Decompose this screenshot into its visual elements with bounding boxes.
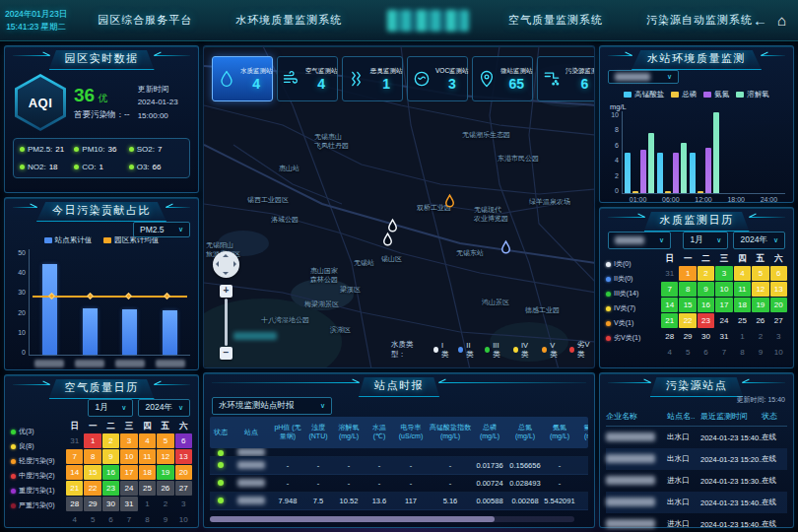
calendar-day: 27 [175, 481, 192, 496]
station-filter-水质监测站[interactable]: 水质监测站4 [212, 56, 273, 101]
status-cell: 在线 [762, 454, 789, 464]
y-tick: 2 [615, 172, 619, 179]
weekday-label: 二 [698, 251, 714, 265]
map-pan-control[interactable] [213, 251, 239, 278]
station-name-redacted [237, 497, 265, 504]
calendar-day: 11 [734, 282, 751, 297]
panel-water-quality-calendar: 水质监测日历 ∨ 1月∨ 2024年∨ I类(0)II类(0)III类(14)I… [599, 207, 794, 368]
scrollbar-thumb[interactable] [210, 516, 495, 522]
value-cell: 7.5 [304, 497, 332, 505]
value-cell: 0.00588 [472, 497, 507, 505]
station-filter-恶臭监测站[interactable]: 恶臭监测站1 [342, 56, 403, 101]
legend-dot [458, 347, 463, 353]
company-name-redacted [606, 476, 655, 485]
year-select[interactable]: 2024年∨ [733, 232, 785, 249]
update-time-label: 更新时间 [138, 83, 188, 97]
calendar-day: 3 [120, 433, 137, 448]
station-filter-污染源监测站[interactable]: 污染源监测站6 [537, 56, 595, 101]
metric-PM10: PM10:36 [74, 145, 128, 154]
metric-name: PM2.5: [28, 145, 52, 154]
x-tick: 12:00 [687, 196, 719, 203]
bar [705, 148, 711, 193]
calendar-day: 31 [120, 497, 137, 511]
metric-value: 36 [107, 145, 116, 154]
legend-label: 总磷 [682, 90, 697, 100]
y-tick: 40 [18, 269, 26, 276]
calendar-day: 25 [139, 481, 156, 496]
value-cell: - [429, 479, 472, 488]
water-station-marker[interactable] [499, 238, 513, 257]
table-row: 7.9487.510.5213.61175.160.005880.002685.… [210, 493, 588, 510]
calendar-day: 1 [139, 497, 156, 511]
value-cell: 13.6 [366, 497, 393, 505]
map-place-label: 锡西工业园区 [247, 196, 289, 205]
nav-tab[interactable]: 水环境质量监测系统 [235, 13, 342, 28]
button-text: 水质监测站4 [240, 67, 273, 92]
nav-tab[interactable]: 空气质量监测系统 [508, 13, 603, 28]
bar [648, 133, 654, 193]
map-zoom-in-button[interactable]: + [220, 285, 233, 298]
update-time: 更新时间 2024-01-23 15:00:00 [138, 83, 188, 123]
report-type-select[interactable]: 水环境监测站点时报∨ [212, 397, 332, 415]
horizontal-scrollbar[interactable] [210, 516, 574, 522]
station-select[interactable]: ∨ [608, 70, 679, 84]
legend-label: 劣V类 [577, 340, 594, 360]
pollutant-select[interactable]: PM2.5∨ [133, 222, 190, 237]
column-header: 企业名称 [606, 411, 667, 422]
station-filter-空气监测站[interactable]: 空气监测站4 [277, 56, 338, 101]
station-filter-VOC监测站[interactable]: VOC监测站3 [407, 56, 468, 101]
legend-label: 优(3) [19, 427, 34, 436]
station-cell [232, 479, 271, 489]
water-station-marker[interactable] [380, 231, 395, 249]
station-select[interactable]: ∨ [608, 232, 671, 249]
year-select[interactable]: 2024年∨ [138, 399, 190, 417]
primary-pollutant-value: -- [124, 109, 130, 119]
nav-tab[interactable]: 园区综合服务平台 [98, 13, 192, 28]
station-cell [232, 497, 271, 506]
water-station-marker[interactable] [442, 192, 457, 211]
panel-header: 水站环境质量监测 [600, 46, 793, 68]
map-zoom-out-button[interactable]: − [220, 347, 233, 360]
calendar-day: 9 [698, 282, 714, 297]
column-header: 氟化物 (mg/L) [576, 424, 588, 441]
panel-header: 园区实时数据 [5, 46, 198, 68]
calendar-day: 4 [734, 266, 751, 281]
calendar-day: 20 [175, 465, 192, 480]
panel-title: 站点时报 [359, 377, 439, 397]
home-icon[interactable]: ⌂ [777, 12, 786, 29]
column-header: 站点名.. [667, 411, 700, 422]
bar-group [753, 111, 785, 193]
map-zoom-slider[interactable] [225, 299, 228, 346]
calendar-day: 2 [102, 433, 119, 448]
station-filter-微站监测站[interactable]: 微站监测站65 [472, 56, 533, 101]
month-select[interactable]: 1月∨ [88, 399, 133, 417]
calendar-day: 9 [102, 449, 119, 464]
nav-right: 空气质量监测系统污染源自动监测系统 [508, 13, 753, 28]
year-select-value: 2024年 [145, 402, 171, 414]
station-cell: 出水口 [667, 432, 700, 442]
calendar-body: 优(3)良(8)轻度污染(9)中度污染(2)重度污染(1)严重污染(0) 日一二… [5, 417, 198, 527]
nav-tab[interactable]: 污染源自动监测系统 [646, 13, 753, 28]
bar [163, 310, 177, 355]
station-count: 6 [581, 76, 589, 92]
value-cell: 0.00268 [507, 497, 543, 505]
legend-dot [606, 292, 611, 297]
legend-dot [485, 347, 490, 353]
station-filter-label: 污染源监测站 [565, 67, 595, 76]
y-axis: 1086420 [608, 111, 622, 194]
calendar-day: 2 [157, 497, 173, 511]
station-cell: 出水口 [667, 454, 700, 464]
station-count: 65 [508, 76, 524, 92]
bar [625, 153, 631, 194]
back-icon[interactable]: ← [753, 12, 767, 29]
metric-PM2.5: PM2.5:21 [20, 145, 74, 154]
calendar-day: 7 [715, 345, 732, 360]
x-axis-labels: 01:0006:0012:0018:0024:00 [622, 196, 785, 203]
panel-pollution-contribution: 今日污染贡献占比 PM2.5∨ 站点累计值园区累计均值 50403020100 [4, 197, 199, 370]
month-select[interactable]: 1月∨ [683, 232, 728, 249]
button-text: 空气监测站4 [305, 67, 338, 92]
update-time: 更新时间: 15:40 [737, 395, 785, 405]
station-filter-label: VOC监测站 [435, 67, 469, 76]
weekday-label: 五 [157, 419, 173, 432]
calendar-day: 12 [157, 449, 173, 464]
